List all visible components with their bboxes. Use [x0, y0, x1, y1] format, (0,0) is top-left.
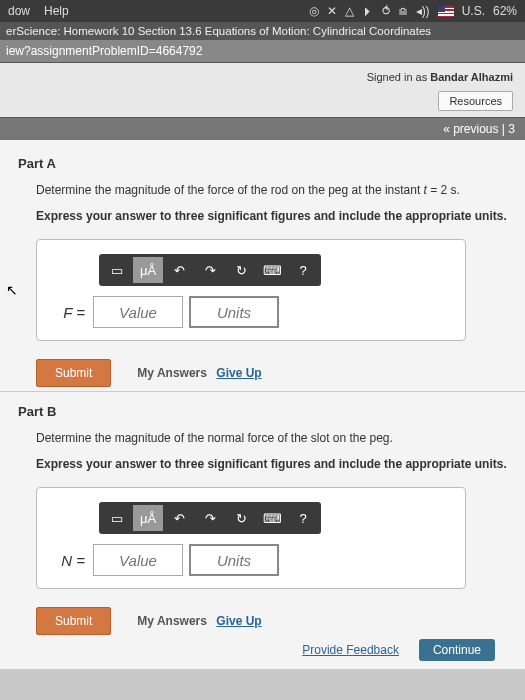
separator — [0, 391, 525, 392]
bluetooth-icon: ⥀ — [382, 4, 390, 18]
flag-icon — [438, 6, 454, 17]
signed-in-bar: Signed in as Bandar Alhazmi — [0, 63, 525, 87]
feedback-link[interactable]: Provide Feedback — [302, 643, 399, 657]
part-a-question: Determine the magnitude of the force of … — [36, 181, 507, 199]
units-picker-icon[interactable]: μÅ — [133, 257, 163, 283]
var-n-label: N = — [51, 552, 85, 569]
units-input-b[interactable] — [189, 544, 279, 576]
redo-icon[interactable]: ↷ — [195, 505, 225, 531]
nav-row: « previous | 3 — [0, 117, 525, 140]
cursor-icon: ↖ — [6, 282, 18, 298]
menu-window[interactable]: dow — [8, 4, 30, 18]
give-up-link-a[interactable]: Give Up — [216, 366, 261, 380]
part-a-label: Part A — [18, 156, 507, 171]
status-icon: ◎ — [309, 4, 319, 18]
menu-help[interactable]: Help — [44, 4, 69, 18]
part-b-question: Determine the magnitude of the normal fo… — [36, 429, 507, 447]
undo-icon[interactable]: ↶ — [164, 505, 194, 531]
part-a-instruction: Express your answer to three significant… — [36, 207, 507, 225]
status-icon: ✕ — [327, 4, 337, 18]
part-b-answer-box: ▭ μÅ ↶ ↷ ↻ ⌨ ? N = — [36, 487, 466, 589]
redo-icon[interactable]: ↷ — [195, 257, 225, 283]
units-picker-icon[interactable]: μÅ — [133, 505, 163, 531]
display-icon: ⏵ — [362, 4, 374, 18]
resources-button[interactable]: Resources — [438, 91, 513, 111]
submit-button-b[interactable]: Submit — [36, 607, 111, 635]
part-a-answer-box: ▭ μÅ ↶ ↷ ↻ ⌨ ? F = — [36, 239, 466, 341]
keyboard-icon[interactable]: ⌨ — [257, 505, 287, 531]
part-b-instruction: Express your answer to three significant… — [36, 455, 507, 473]
reset-icon[interactable]: ↻ — [226, 257, 256, 283]
template-icon[interactable]: ▭ — [102, 257, 132, 283]
signed-name: Bandar Alhazmi — [430, 71, 513, 83]
part-b-label: Part B — [18, 404, 507, 419]
cloud-icon: △ — [345, 4, 354, 18]
battery-text: 62% — [493, 4, 517, 18]
my-answers-b[interactable]: My Answers — [137, 614, 207, 628]
browser-tab[interactable]: erScience: Homework 10 Section 13.6 Equa… — [0, 22, 525, 40]
var-f-label: F = — [51, 304, 85, 321]
give-up-link-b[interactable]: Give Up — [216, 614, 261, 628]
signed-prefix: Signed in as — [367, 71, 431, 83]
url-bar[interactable]: iew?assignmentProblemID=4664792 — [0, 40, 525, 63]
reset-icon[interactable]: ↻ — [226, 505, 256, 531]
my-answers-a[interactable]: My Answers — [137, 366, 207, 380]
template-icon[interactable]: ▭ — [102, 505, 132, 531]
value-input-a[interactable] — [93, 296, 183, 328]
equation-toolbar: ▭ μÅ ↶ ↷ ↻ ⌨ ? — [99, 254, 321, 286]
equation-toolbar: ▭ μÅ ↶ ↷ ↻ ⌨ ? — [99, 502, 321, 534]
volume-icon: ◂)) — [416, 4, 430, 18]
undo-icon[interactable]: ↶ — [164, 257, 194, 283]
locale-text: U.S. — [462, 4, 485, 18]
units-input-a[interactable] — [189, 296, 279, 328]
previous-link[interactable]: « previous | 3 — [443, 122, 515, 136]
browser-chrome-top: dow Help ◎ ✕ △ ⏵ ⥀ ⪮ ◂)) U.S. 62% — [0, 0, 525, 22]
value-input-b[interactable] — [93, 544, 183, 576]
help-icon[interactable]: ? — [288, 505, 318, 531]
submit-button-a[interactable]: Submit — [36, 359, 111, 387]
keyboard-icon[interactable]: ⌨ — [257, 257, 287, 283]
continue-button[interactable]: Continue — [419, 639, 495, 661]
wifi-icon: ⪮ — [398, 4, 408, 18]
help-icon[interactable]: ? — [288, 257, 318, 283]
